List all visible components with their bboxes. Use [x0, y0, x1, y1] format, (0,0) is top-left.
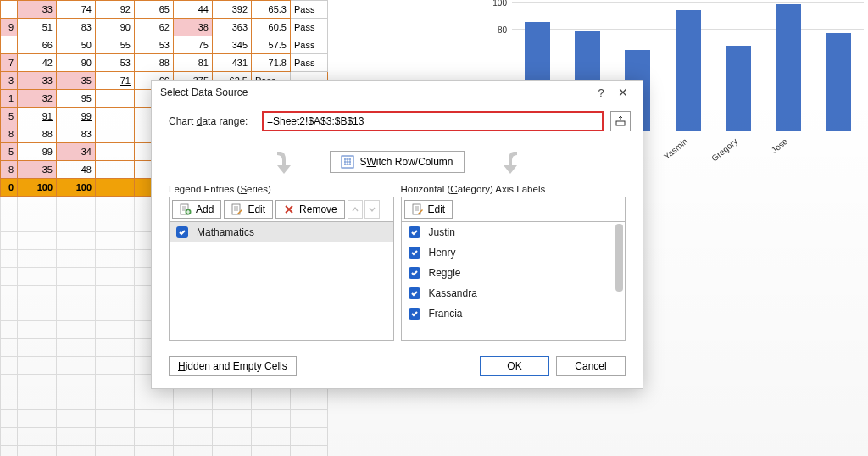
empty-cell[interactable]: [57, 321, 96, 339]
empty-cell[interactable]: [252, 410, 291, 428]
empty-cell[interactable]: [1, 410, 18, 428]
empty-cell[interactable]: [135, 446, 174, 457]
cell[interactable]: 71.8: [252, 54, 291, 72]
cell[interactable]: 33: [18, 72, 57, 90]
cell[interactable]: 95: [57, 90, 96, 108]
cell[interactable]: 9: [1, 19, 18, 36]
checkbox[interactable]: [176, 226, 188, 238]
empty-cell[interactable]: [18, 214, 57, 232]
empty-cell[interactable]: [57, 392, 96, 410]
empty-cell[interactable]: [57, 268, 96, 286]
empty-cell[interactable]: [96, 357, 135, 375]
empty-cell[interactable]: [96, 428, 135, 446]
empty-cell[interactable]: [18, 375, 57, 392]
empty-cell[interactable]: [1, 375, 18, 392]
cell[interactable]: 32: [18, 90, 57, 108]
empty-cell[interactable]: [1, 321, 18, 339]
empty-cell[interactable]: [135, 428, 174, 446]
empty-cell[interactable]: [96, 392, 135, 410]
empty-cell[interactable]: [213, 428, 252, 446]
cell[interactable]: 71: [96, 72, 135, 90]
empty-cell[interactable]: [252, 392, 291, 410]
empty-cell[interactable]: [18, 339, 57, 357]
empty-cell[interactable]: [96, 214, 135, 232]
empty-cell[interactable]: [96, 446, 135, 457]
empty-cell[interactable]: [96, 250, 135, 268]
cell[interactable]: 66: [18, 36, 57, 54]
empty-cell[interactable]: [18, 321, 57, 339]
cell[interactable]: 35: [57, 72, 96, 90]
cell[interactable]: 363: [213, 19, 252, 36]
cell[interactable]: 60.5: [252, 19, 291, 36]
empty-cell[interactable]: [96, 268, 135, 286]
empty-cell[interactable]: [96, 286, 135, 303]
cell[interactable]: 7: [1, 54, 18, 72]
empty-cell[interactable]: [291, 410, 328, 428]
empty-cell[interactable]: [1, 232, 18, 250]
empty-cell[interactable]: [1, 392, 18, 410]
empty-cell[interactable]: [18, 303, 57, 321]
empty-cell[interactable]: [213, 446, 252, 457]
empty-cell[interactable]: [18, 250, 57, 268]
empty-cell[interactable]: [291, 446, 328, 457]
cell[interactable]: [96, 161, 135, 179]
category-item[interactable]: Reggie: [402, 263, 626, 283]
scrollbar[interactable]: [615, 224, 623, 292]
empty-cell[interactable]: [57, 339, 96, 357]
checkbox[interactable]: [409, 267, 420, 279]
move-series-up-button[interactable]: [348, 200, 363, 219]
empty-cell[interactable]: [96, 232, 135, 250]
empty-cell[interactable]: [1, 197, 18, 214]
cell[interactable]: 345: [213, 36, 252, 54]
cell[interactable]: 90: [96, 19, 135, 36]
cell[interactable]: 48: [57, 161, 96, 179]
cell[interactable]: 65: [135, 1, 174, 19]
empty-cell[interactable]: [57, 410, 96, 428]
cell[interactable]: 62: [135, 19, 174, 36]
cell[interactable]: [96, 125, 135, 143]
cell[interactable]: 88: [135, 54, 174, 72]
cell[interactable]: 99: [18, 143, 57, 161]
cell[interactable]: 53: [135, 36, 174, 54]
series-list[interactable]: Mathamatics: [169, 222, 394, 341]
category-list[interactable]: JustinHenryReggieKassandraFrancia: [401, 222, 626, 341]
help-button[interactable]: ?: [590, 86, 612, 99]
cell[interactable]: Pass: [291, 36, 328, 54]
empty-cell[interactable]: [1, 339, 18, 357]
edit-categories-button[interactable]: Edit: [404, 200, 453, 219]
cell[interactable]: 53: [96, 54, 135, 72]
cell[interactable]: 35: [18, 161, 57, 179]
cell[interactable]: 44: [174, 1, 213, 19]
cell[interactable]: 8: [1, 161, 18, 179]
cell[interactable]: Pass: [291, 1, 328, 19]
empty-cell[interactable]: [1, 250, 18, 268]
cell[interactable]: Pass: [291, 54, 328, 72]
empty-cell[interactable]: [57, 303, 96, 321]
total-cell[interactable]: 0: [1, 179, 18, 197]
cell[interactable]: 55: [96, 36, 135, 54]
empty-cell[interactable]: [18, 232, 57, 250]
empty-cell[interactable]: [18, 446, 57, 457]
checkbox[interactable]: [409, 287, 420, 299]
cell[interactable]: 8: [1, 125, 18, 143]
hidden-empty-cells-button[interactable]: Hidden and Empty Cells: [169, 356, 297, 376]
empty-cell[interactable]: [18, 410, 57, 428]
checkbox[interactable]: [409, 247, 420, 259]
empty-cell[interactable]: [57, 357, 96, 375]
empty-cell[interactable]: [213, 410, 252, 428]
empty-cell[interactable]: [291, 392, 328, 410]
cell[interactable]: 42: [18, 54, 57, 72]
remove-series-button[interactable]: Remove: [275, 200, 345, 219]
cell[interactable]: Pass: [291, 19, 328, 36]
empty-cell[interactable]: [18, 197, 57, 214]
cell[interactable]: 3: [1, 72, 18, 90]
empty-cell[interactable]: [57, 250, 96, 268]
cell[interactable]: 83: [57, 125, 96, 143]
empty-cell[interactable]: [1, 303, 18, 321]
ok-button[interactable]: OK: [480, 356, 549, 376]
empty-cell[interactable]: [96, 410, 135, 428]
cell[interactable]: [1, 1, 18, 19]
empty-cell[interactable]: [1, 268, 18, 286]
empty-cell[interactable]: [252, 446, 291, 457]
empty-cell[interactable]: [174, 428, 213, 446]
